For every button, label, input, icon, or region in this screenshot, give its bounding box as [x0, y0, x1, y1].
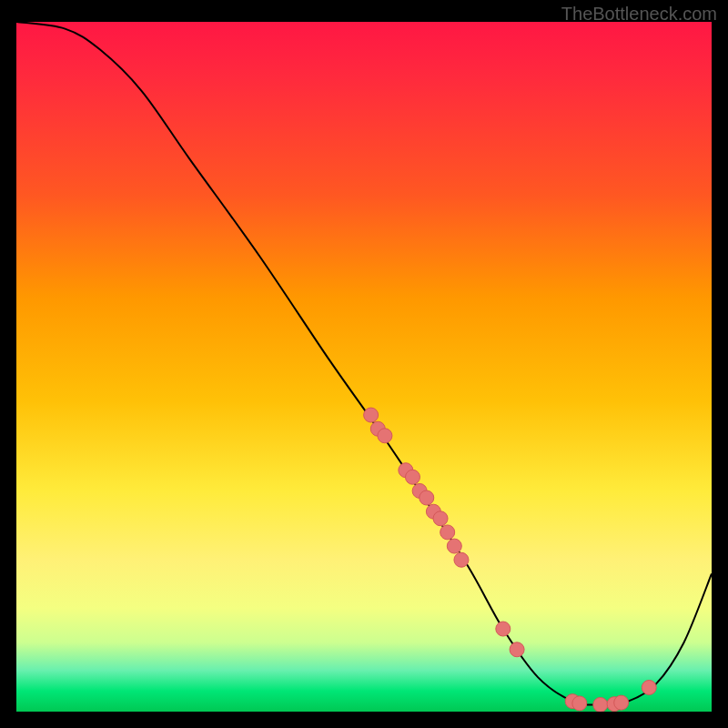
data-marker [364, 408, 379, 422]
data-marker [510, 642, 524, 657]
data-marker [454, 552, 469, 567]
data-marker [614, 695, 629, 710]
data-marker [378, 429, 392, 443]
data-marker [593, 697, 608, 712]
data-markers [364, 408, 657, 712]
data-marker [433, 511, 448, 526]
data-marker [420, 490, 434, 505]
data-marker [405, 470, 420, 484]
data-marker [496, 622, 511, 636]
data-marker [447, 539, 461, 553]
data-marker [572, 696, 587, 711]
chart-svg [16, 22, 712, 712]
plot-area [16, 22, 712, 712]
bottleneck-curve [16, 22, 712, 705]
watermark-text: TheBottleneck.com [561, 4, 717, 25]
data-marker [440, 525, 455, 540]
data-marker [642, 680, 656, 694]
